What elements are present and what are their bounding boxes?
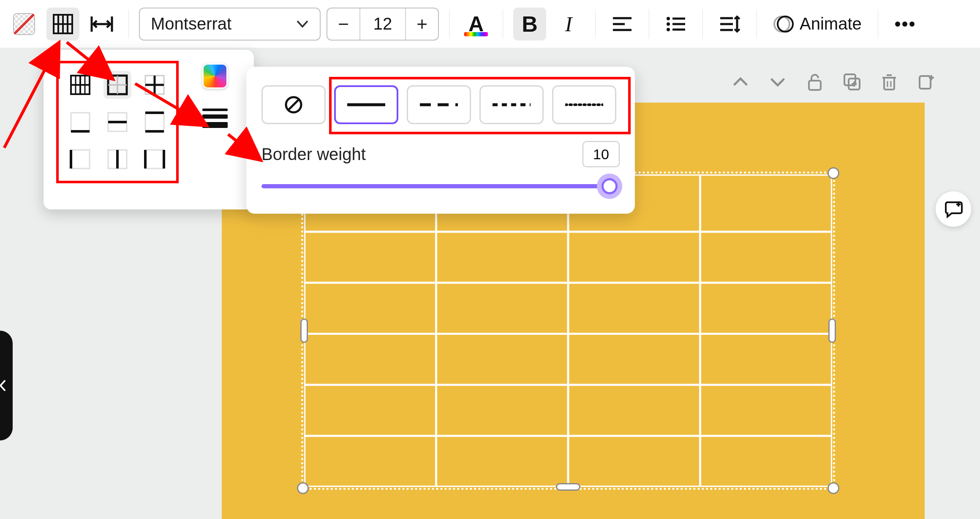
font-size-value[interactable]: 12: [359, 8, 406, 40]
resize-handle-tr[interactable]: [828, 167, 839, 179]
more-icon: [894, 21, 915, 27]
add-page-icon: [917, 73, 936, 91]
border-weight-slider[interactable]: [261, 184, 620, 188]
side-panel-toggle[interactable]: [0, 331, 13, 440]
italic-icon: I: [565, 12, 572, 36]
toolbar-divider: [702, 9, 703, 39]
border-weight-label: Border weight: [261, 145, 366, 164]
toolbar-divider: [878, 9, 878, 39]
svg-point-18: [667, 22, 670, 26]
font-picker[interactable]: Montserrat: [139, 8, 321, 41]
animate-label: Animate: [800, 14, 862, 33]
bold-button[interactable]: B: [513, 8, 546, 41]
border-grid-button[interactable]: [46, 8, 79, 41]
line-spacing-button[interactable]: [713, 8, 746, 41]
border-option-bottom[interactable]: [66, 108, 94, 136]
chevron-down-icon: [296, 18, 309, 30]
list-icon: [666, 16, 686, 33]
animate-button[interactable]: Animate: [767, 14, 868, 35]
bold-icon: B: [522, 11, 538, 37]
toolbar-divider: [756, 9, 757, 39]
svg-point-16: [667, 17, 670, 20]
slider-thumb[interactable]: [597, 174, 622, 199]
delete-page-button[interactable]: [878, 71, 901, 93]
cell-spacing-button[interactable]: [85, 8, 118, 41]
svg-rect-35: [884, 78, 894, 90]
none-icon: [283, 94, 304, 115]
border-option-left[interactable]: [66, 145, 94, 173]
border-weight-button[interactable]: [202, 106, 228, 131]
grid-icon: [52, 14, 74, 35]
text-color-icon: A: [468, 14, 484, 35]
lock-button[interactable]: [803, 71, 826, 93]
border-option-inner[interactable]: [141, 71, 169, 99]
italic-button[interactable]: I: [552, 8, 585, 41]
page-actions: [729, 71, 938, 93]
border-style-dotted[interactable]: [552, 85, 616, 124]
svg-point-27: [895, 22, 900, 27]
toolbar-divider: [128, 9, 129, 39]
border-color-button[interactable]: [202, 63, 228, 89]
canvas-table[interactable]: [304, 174, 832, 487]
duplicate-icon: [843, 73, 861, 91]
line-spacing-icon: [719, 15, 740, 33]
svg-point-28: [902, 22, 907, 27]
chevron-down-icon: [769, 73, 786, 90]
text-color-button[interactable]: A: [460, 8, 493, 41]
trash-icon: [881, 73, 898, 91]
border-option-top-bottom[interactable]: [141, 108, 169, 136]
font-name: Montserrat: [151, 14, 231, 33]
unlock-icon: [806, 72, 823, 92]
toolbar-divider: [503, 9, 503, 39]
svg-rect-85: [145, 150, 164, 168]
no-fill-icon: [13, 13, 35, 35]
border-option-vertical[interactable]: [103, 145, 131, 173]
border-option-all[interactable]: [66, 71, 94, 99]
border-option-outer[interactable]: [103, 71, 131, 99]
svg-rect-81: [71, 150, 90, 168]
font-size-stepper: − 12 +: [327, 8, 439, 41]
chevron-up-icon: [732, 73, 749, 90]
add-comment-button[interactable]: [936, 191, 971, 227]
resize-handle-bottom[interactable]: [556, 483, 580, 491]
svg-line-89: [288, 99, 299, 110]
border-grid-popover: [44, 50, 254, 209]
add-page-button[interactable]: [915, 71, 938, 93]
page-down-button[interactable]: [766, 71, 789, 93]
align-left-icon: [612, 16, 632, 33]
more-button[interactable]: [888, 8, 921, 41]
border-style-popover: Border weight 10: [246, 67, 635, 214]
toolbar-divider: [649, 9, 649, 39]
font-size-increase[interactable]: +: [406, 8, 438, 40]
border-option-horizontal[interactable]: [103, 108, 131, 136]
rainbow-strip-icon: [464, 32, 488, 36]
border-weight-value[interactable]: 10: [583, 141, 620, 167]
svg-point-20: [667, 28, 670, 31]
duplicate-button[interactable]: [841, 71, 863, 93]
border-style-solid[interactable]: [334, 85, 398, 124]
svg-point-29: [909, 22, 915, 27]
resize-handle-bl[interactable]: [297, 482, 309, 494]
border-style-row: [261, 81, 620, 135]
border-style-none[interactable]: [261, 85, 326, 124]
resize-handle-right[interactable]: [828, 318, 836, 343]
chevron-left-icon: [0, 379, 7, 392]
svg-point-26: [774, 16, 789, 32]
animate-icon: [773, 14, 794, 35]
list-button[interactable]: [659, 8, 692, 41]
table-lines: [304, 174, 832, 487]
resize-handle-br[interactable]: [828, 482, 839, 494]
toolbar-divider: [449, 9, 449, 39]
comment-plus-icon: [943, 199, 964, 219]
font-size-decrease[interactable]: −: [327, 8, 359, 40]
toolbar-divider: [595, 9, 596, 39]
page-up-button[interactable]: [729, 71, 752, 93]
border-grid-options: [56, 61, 179, 183]
border-style-dashed-short[interactable]: [479, 85, 544, 124]
align-button[interactable]: [606, 8, 639, 41]
table-fill-button[interactable]: [8, 8, 41, 41]
width-icon: [90, 16, 114, 33]
resize-handle-left[interactable]: [300, 318, 308, 343]
border-option-left-right[interactable]: [141, 145, 169, 173]
border-style-dashed-long[interactable]: [407, 85, 471, 124]
